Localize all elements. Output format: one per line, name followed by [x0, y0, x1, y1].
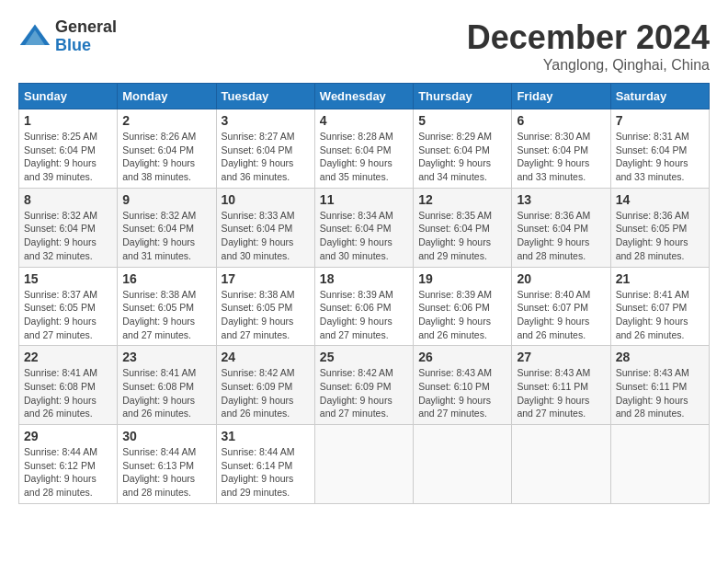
logo-blue-text: Blue: [55, 37, 117, 55]
calendar-cell: 11Sunrise: 8:34 AMSunset: 6:04 PMDayligh…: [314, 188, 413, 267]
day-info: Sunrise: 8:33 AMSunset: 6:04 PMDaylight:…: [222, 209, 310, 263]
calendar-cell: 3Sunrise: 8:27 AMSunset: 6:04 PMDaylight…: [216, 109, 314, 189]
calendar-cell: 13Sunrise: 8:36 AMSunset: 6:04 PMDayligh…: [512, 188, 610, 267]
day-info: Sunrise: 8:28 AMSunset: 6:04 PMDaylight:…: [320, 130, 408, 184]
day-number: 25: [320, 350, 408, 364]
location-title: Yanglong, Qinghai, China: [467, 57, 710, 74]
weekday-header-saturday: Saturday: [610, 84, 709, 109]
day-info: Sunrise: 8:39 AMSunset: 6:06 PMDaylight:…: [320, 288, 408, 342]
calendar-cell: 17Sunrise: 8:38 AMSunset: 6:05 PMDayligh…: [216, 267, 314, 346]
day-info: Sunrise: 8:30 AMSunset: 6:04 PMDaylight:…: [517, 130, 605, 184]
calendar-cell: 30Sunrise: 8:44 AMSunset: 6:13 PMDayligh…: [118, 425, 216, 504]
calendar-cell: 28Sunrise: 8:43 AMSunset: 6:11 PMDayligh…: [610, 346, 709, 425]
weekday-header-tuesday: Tuesday: [216, 84, 314, 109]
calendar-cell: 5Sunrise: 8:29 AMSunset: 6:04 PMDaylight…: [414, 109, 512, 189]
weekday-header-friday: Friday: [512, 84, 610, 109]
day-number: 2: [122, 113, 210, 128]
calendar-cell: 19Sunrise: 8:39 AMSunset: 6:06 PMDayligh…: [414, 267, 512, 346]
day-info: Sunrise: 8:41 AMSunset: 6:08 PMDaylight:…: [24, 366, 112, 420]
day-info: Sunrise: 8:36 AMSunset: 6:04 PMDaylight:…: [517, 209, 605, 263]
day-number: 31: [222, 429, 310, 443]
calendar-cell: 6Sunrise: 8:30 AMSunset: 6:04 PMDaylight…: [512, 109, 610, 189]
calendar-week-3: 15Sunrise: 8:37 AMSunset: 6:05 PMDayligh…: [19, 267, 710, 346]
day-info: Sunrise: 8:43 AMSunset: 6:11 PMDaylight:…: [517, 366, 605, 420]
page-header: General Blue December 2024 Yanglong, Qin…: [18, 18, 710, 74]
calendar-cell: 18Sunrise: 8:39 AMSunset: 6:06 PMDayligh…: [314, 267, 413, 346]
day-number: 21: [616, 271, 704, 286]
day-info: Sunrise: 8:44 AMSunset: 6:14 PMDaylight:…: [222, 445, 310, 500]
day-info: Sunrise: 8:43 AMSunset: 6:11 PMDaylight:…: [616, 366, 704, 420]
weekday-header-sunday: Sunday: [19, 84, 118, 109]
day-number: 7: [616, 113, 704, 128]
day-number: 23: [122, 350, 210, 364]
day-number: 3: [222, 113, 310, 128]
day-number: 10: [222, 192, 310, 207]
day-number: 14: [616, 192, 704, 207]
day-number: 17: [222, 271, 310, 286]
calendar-cell: 1Sunrise: 8:25 AMSunset: 6:04 PMDaylight…: [19, 109, 118, 189]
day-info: Sunrise: 8:32 AMSunset: 6:04 PMDaylight:…: [24, 209, 112, 263]
calendar-cell: [512, 425, 610, 504]
day-info: Sunrise: 8:39 AMSunset: 6:06 PMDaylight:…: [418, 288, 506, 342]
calendar-cell: 4Sunrise: 8:28 AMSunset: 6:04 PMDaylight…: [314, 109, 413, 189]
day-info: Sunrise: 8:40 AMSunset: 6:07 PMDaylight:…: [517, 288, 605, 342]
day-number: 9: [122, 192, 210, 207]
calendar-cell: 31Sunrise: 8:44 AMSunset: 6:14 PMDayligh…: [216, 425, 314, 504]
calendar-cell: 25Sunrise: 8:42 AMSunset: 6:09 PMDayligh…: [314, 346, 413, 425]
day-number: 29: [24, 429, 112, 443]
day-number: 18: [320, 271, 408, 286]
day-info: Sunrise: 8:38 AMSunset: 6:05 PMDaylight:…: [222, 288, 310, 342]
weekday-header-monday: Monday: [118, 84, 216, 109]
day-number: 6: [517, 113, 605, 128]
day-number: 30: [122, 429, 210, 443]
day-info: Sunrise: 8:31 AMSunset: 6:04 PMDaylight:…: [616, 130, 704, 184]
day-number: 27: [517, 350, 605, 364]
calendar-cell: 20Sunrise: 8:40 AMSunset: 6:07 PMDayligh…: [512, 267, 610, 346]
calendar-cell: 14Sunrise: 8:36 AMSunset: 6:05 PMDayligh…: [610, 188, 709, 267]
day-info: Sunrise: 8:43 AMSunset: 6:10 PMDaylight:…: [418, 366, 506, 420]
day-number: 4: [320, 113, 408, 128]
day-number: 5: [418, 113, 506, 128]
day-number: 26: [418, 350, 506, 364]
day-info: Sunrise: 8:41 AMSunset: 6:07 PMDaylight:…: [616, 288, 704, 342]
calendar-cell: 10Sunrise: 8:33 AMSunset: 6:04 PMDayligh…: [216, 188, 314, 267]
day-info: Sunrise: 8:42 AMSunset: 6:09 PMDaylight:…: [320, 366, 408, 420]
weekday-header-thursday: Thursday: [414, 84, 512, 109]
day-info: Sunrise: 8:26 AMSunset: 6:04 PMDaylight:…: [122, 130, 210, 184]
calendar-week-4: 22Sunrise: 8:41 AMSunset: 6:08 PMDayligh…: [19, 346, 710, 425]
day-info: Sunrise: 8:44 AMSunset: 6:12 PMDaylight:…: [24, 445, 112, 500]
day-number: 19: [418, 271, 506, 286]
calendar-table: SundayMondayTuesdayWednesdayThursdayFrid…: [18, 83, 710, 504]
day-info: Sunrise: 8:32 AMSunset: 6:04 PMDaylight:…: [122, 209, 210, 263]
calendar-cell: 7Sunrise: 8:31 AMSunset: 6:04 PMDaylight…: [610, 109, 709, 189]
calendar-week-1: 1Sunrise: 8:25 AMSunset: 6:04 PMDaylight…: [19, 109, 710, 189]
calendar-cell: 29Sunrise: 8:44 AMSunset: 6:12 PMDayligh…: [19, 425, 118, 504]
day-info: Sunrise: 8:36 AMSunset: 6:05 PMDaylight:…: [616, 209, 704, 263]
day-number: 28: [616, 350, 704, 364]
calendar-cell: 24Sunrise: 8:42 AMSunset: 6:09 PMDayligh…: [216, 346, 314, 425]
calendar-cell: [610, 425, 709, 504]
calendar-cell: 16Sunrise: 8:38 AMSunset: 6:05 PMDayligh…: [118, 267, 216, 346]
day-number: 22: [24, 350, 112, 364]
calendar-cell: 27Sunrise: 8:43 AMSunset: 6:11 PMDayligh…: [512, 346, 610, 425]
calendar-cell: 2Sunrise: 8:26 AMSunset: 6:04 PMDaylight…: [118, 109, 216, 189]
calendar-week-2: 8Sunrise: 8:32 AMSunset: 6:04 PMDaylight…: [19, 188, 710, 267]
calendar-week-5: 29Sunrise: 8:44 AMSunset: 6:12 PMDayligh…: [19, 425, 710, 504]
day-number: 16: [122, 271, 210, 286]
day-info: Sunrise: 8:37 AMSunset: 6:05 PMDaylight:…: [24, 288, 112, 342]
month-title: December 2024: [467, 18, 710, 57]
calendar-cell: 12Sunrise: 8:35 AMSunset: 6:04 PMDayligh…: [414, 188, 512, 267]
day-info: Sunrise: 8:38 AMSunset: 6:05 PMDaylight:…: [122, 288, 210, 342]
day-number: 15: [24, 271, 112, 286]
calendar-cell: 22Sunrise: 8:41 AMSunset: 6:08 PMDayligh…: [19, 346, 118, 425]
day-number: 12: [418, 192, 506, 207]
day-number: 24: [222, 350, 310, 364]
day-info: Sunrise: 8:41 AMSunset: 6:08 PMDaylight:…: [122, 366, 210, 420]
day-info: Sunrise: 8:34 AMSunset: 6:04 PMDaylight:…: [320, 209, 408, 263]
day-info: Sunrise: 8:25 AMSunset: 6:04 PMDaylight:…: [24, 130, 112, 184]
logo-general-text: General: [55, 18, 117, 37]
day-number: 13: [517, 192, 605, 207]
calendar-cell: 21Sunrise: 8:41 AMSunset: 6:07 PMDayligh…: [610, 267, 709, 346]
day-number: 1: [24, 113, 112, 128]
day-info: Sunrise: 8:29 AMSunset: 6:04 PMDaylight:…: [418, 130, 506, 184]
